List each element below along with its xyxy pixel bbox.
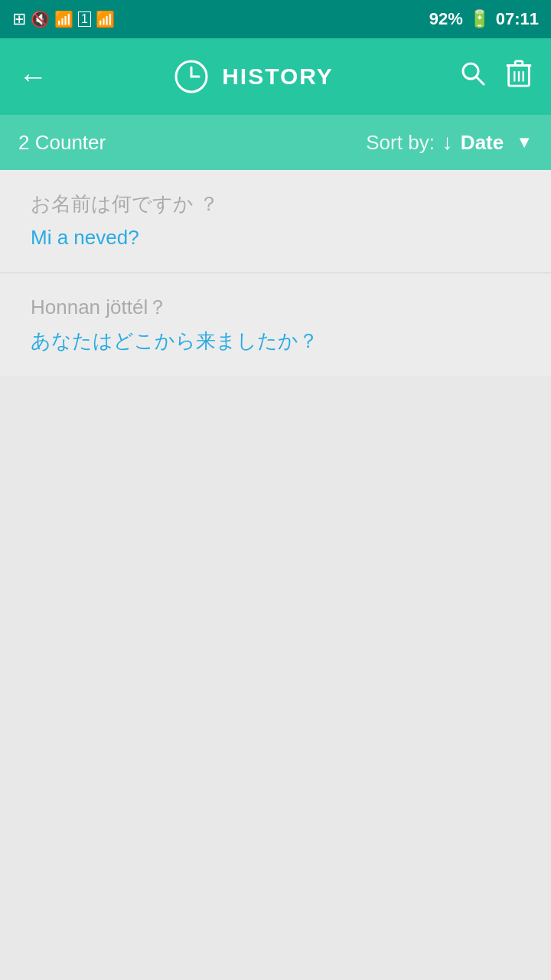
item-2-translation: あなたはどこから来ましたか？: [31, 327, 520, 354]
battery-percent: 92%: [429, 9, 463, 29]
back-icon: ←: [18, 60, 47, 93]
wifi-icon: 📶: [54, 10, 73, 28]
status-bar: ⊞ 🔇 📶 1 📶 92% 🔋 07:11: [0, 0, 551, 38]
search-icon: [459, 60, 487, 87]
counter-label: 2 Counter: [18, 131, 366, 155]
battery-icon: 🔋: [469, 9, 490, 29]
time-display: 07:11: [496, 9, 539, 29]
dropdown-chevron-icon[interactable]: ▼: [516, 132, 533, 152]
signal-icon: 📶: [96, 10, 115, 28]
item-1-source: お名前は何ですか ？: [31, 191, 520, 217]
status-right: 92% 🔋 07:11: [429, 9, 539, 29]
delete-button[interactable]: [505, 58, 533, 95]
back-button[interactable]: ←: [18, 60, 47, 93]
app-title: HISTORY: [222, 64, 334, 90]
app-bar-title-group: HISTORY: [173, 58, 334, 95]
bluetooth-mute-icon: 🔇: [31, 10, 50, 28]
sort-direction-icon: ↓: [442, 130, 453, 155]
app-bar-action-icons: [459, 58, 533, 95]
app-bar: ← HISTORY: [0, 38, 551, 115]
sort-value-label: Date: [461, 131, 504, 155]
status-left-icons: ⊞ 🔇 📶 1 📶: [12, 9, 115, 29]
item-2-source: Honnan jöttél？: [31, 295, 520, 321]
history-item-1[interactable]: お名前は何ですか ？ Mi a neved?: [0, 170, 551, 273]
sort-by-label: Sort by:: [366, 131, 435, 155]
history-item-2[interactable]: Honnan jöttél？ あなたはどこから来ましたか？: [0, 273, 551, 376]
screenshot-icon: ⊞: [12, 9, 26, 29]
search-button[interactable]: [459, 60, 487, 93]
trash-icon: [505, 58, 533, 89]
sort-controls[interactable]: Sort by: ↓ Date ▼: [366, 130, 533, 155]
item-1-translation: Mi a neved?: [31, 224, 520, 251]
svg-line-4: [476, 77, 484, 84]
history-clock-icon: [173, 58, 210, 95]
filter-bar: 2 Counter Sort by: ↓ Date ▼: [0, 115, 551, 170]
history-list: お名前は何ですか ？ Mi a neved? Honnan jöttél？ あな…: [0, 170, 551, 376]
sim-icon: 1: [78, 11, 91, 27]
